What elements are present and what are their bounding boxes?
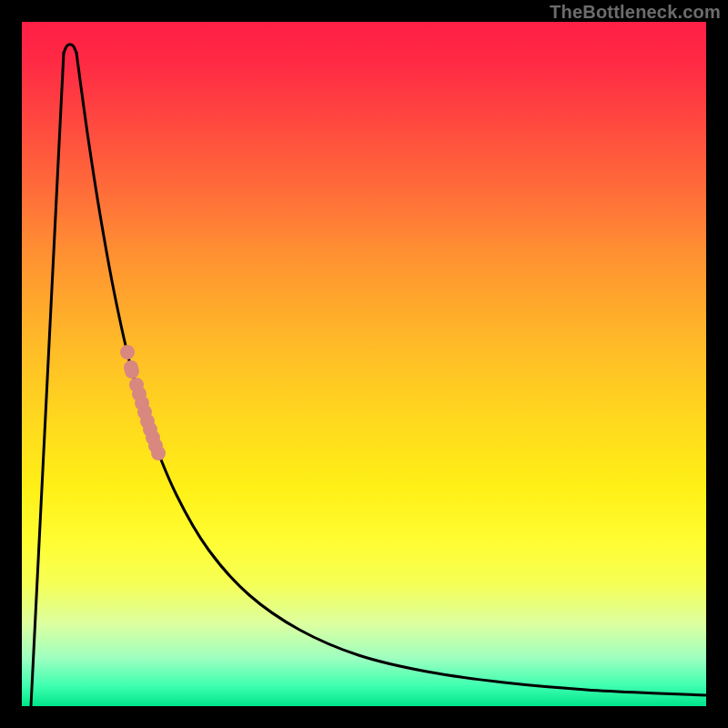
- series-left-branch: [31, 53, 64, 706]
- overlay-dot: [151, 446, 166, 460]
- chart-frame: TheBottleneck.com: [0, 0, 728, 728]
- series-valley-floor: [64, 45, 76, 53]
- watermark-text: TheBottleneck.com: [550, 2, 721, 23]
- curve-layer: [22, 22, 706, 706]
- overlay-dot: [125, 364, 139, 379]
- overlay-dots-group: [120, 345, 166, 460]
- overlay-dot: [120, 345, 135, 359]
- plot-area: [22, 22, 706, 706]
- series-right-branch: [76, 53, 706, 695]
